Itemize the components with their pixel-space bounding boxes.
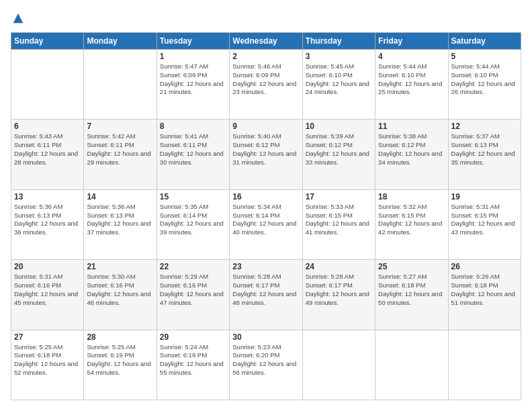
col-header-sunday: Sunday: [11, 33, 84, 50]
calendar-cell: 6Sunrise: 5:43 AMSunset: 6:11 PMDaylight…: [11, 120, 84, 189]
calendar-cell: 17Sunrise: 5:33 AMSunset: 6:15 PMDayligh…: [302, 189, 375, 259]
calendar-cell: 27Sunrise: 5:25 AMSunset: 6:18 PMDayligh…: [11, 330, 84, 400]
calendar-cell: 23Sunrise: 5:28 AMSunset: 6:17 PMDayligh…: [230, 260, 302, 330]
calendar-cell: 2Sunrise: 5:46 AMSunset: 6:09 PMDaylight…: [230, 50, 302, 120]
day-detail: Sunrise: 5:25 AMSunset: 6:19 PMDaylight:…: [87, 343, 153, 377]
day-detail: Sunrise: 5:44 AMSunset: 6:10 PMDaylight:…: [451, 62, 518, 97]
calendar-week-row: 20Sunrise: 5:31 AMSunset: 6:16 PMDayligh…: [11, 260, 521, 330]
day-detail: Sunrise: 5:24 AMSunset: 6:19 PMDaylight:…: [160, 343, 226, 377]
day-number: 18: [378, 192, 445, 201]
day-number: 6: [14, 122, 81, 131]
day-detail: Sunrise: 5:45 AMSunset: 6:10 PMDaylight:…: [306, 62, 372, 97]
calendar-week-row: 13Sunrise: 5:36 AMSunset: 6:13 PMDayligh…: [11, 189, 521, 259]
day-detail: Sunrise: 5:34 AMSunset: 6:14 PMDaylight:…: [232, 203, 299, 237]
calendar-week-row: 27Sunrise: 5:25 AMSunset: 6:18 PMDayligh…: [11, 330, 521, 400]
day-detail: Sunrise: 5:38 AMSunset: 6:12 PMDaylight:…: [378, 132, 445, 167]
calendar-cell: 21Sunrise: 5:30 AMSunset: 6:16 PMDayligh…: [84, 260, 157, 330]
day-detail: Sunrise: 5:30 AMSunset: 6:16 PMDaylight:…: [87, 273, 153, 307]
day-number: 17: [306, 192, 372, 201]
calendar-cell: [84, 50, 157, 120]
day-number: 30: [232, 332, 299, 342]
logo: [11, 11, 24, 26]
day-number: 28: [87, 332, 153, 342]
calendar-cell: 25Sunrise: 5:27 AMSunset: 6:18 PMDayligh…: [375, 260, 448, 330]
svg-marker-1: [13, 17, 23, 23]
calendar-cell: [302, 330, 375, 400]
col-header-tuesday: Tuesday: [157, 33, 229, 50]
calendar-cell: 5Sunrise: 5:44 AMSunset: 6:10 PMDaylight…: [448, 50, 521, 120]
day-detail: Sunrise: 5:42 AMSunset: 6:11 PMDaylight:…: [87, 132, 153, 167]
day-detail: Sunrise: 5:36 AMSunset: 6:13 PMDaylight:…: [87, 203, 153, 237]
calendar-cell: 15Sunrise: 5:35 AMSunset: 6:14 PMDayligh…: [157, 189, 229, 259]
day-detail: Sunrise: 5:28 AMSunset: 6:17 PMDaylight:…: [232, 273, 299, 307]
calendar-cell: 8Sunrise: 5:41 AMSunset: 6:11 PMDaylight…: [157, 120, 229, 189]
day-detail: Sunrise: 5:47 AMSunset: 6:09 PMDaylight:…: [160, 62, 226, 97]
day-number: 15: [160, 192, 226, 201]
day-detail: Sunrise: 5:29 AMSunset: 6:16 PMDaylight:…: [160, 273, 226, 307]
day-number: 29: [160, 332, 226, 342]
day-number: 8: [160, 122, 226, 131]
day-detail: Sunrise: 5:39 AMSunset: 6:12 PMDaylight:…: [306, 132, 372, 167]
day-detail: Sunrise: 5:36 AMSunset: 6:13 PMDaylight:…: [14, 203, 81, 237]
calendar-cell: 24Sunrise: 5:28 AMSunset: 6:17 PMDayligh…: [302, 260, 375, 330]
calendar-header-row: SundayMondayTuesdayWednesdayThursdayFrid…: [11, 33, 521, 50]
day-number: 2: [232, 52, 299, 61]
day-number: 20: [14, 262, 81, 271]
calendar-cell: [11, 50, 84, 120]
col-header-saturday: Saturday: [448, 33, 521, 50]
day-detail: Sunrise: 5:31 AMSunset: 6:15 PMDaylight:…: [451, 203, 518, 237]
day-number: 19: [451, 192, 518, 201]
calendar-cell: 20Sunrise: 5:31 AMSunset: 6:16 PMDayligh…: [11, 260, 84, 330]
day-detail: Sunrise: 5:27 AMSunset: 6:18 PMDaylight:…: [378, 273, 445, 307]
day-number: 12: [451, 122, 518, 131]
day-number: 21: [87, 262, 153, 271]
day-number: 14: [87, 192, 153, 201]
day-number: 3: [306, 52, 372, 61]
calendar-cell: 12Sunrise: 5:37 AMSunset: 6:13 PMDayligh…: [448, 120, 521, 189]
calendar-cell: 4Sunrise: 5:44 AMSunset: 6:10 PMDaylight…: [375, 50, 448, 120]
day-detail: Sunrise: 5:32 AMSunset: 6:15 PMDaylight:…: [378, 203, 445, 237]
day-detail: Sunrise: 5:40 AMSunset: 6:12 PMDaylight:…: [232, 132, 299, 167]
calendar-cell: 18Sunrise: 5:32 AMSunset: 6:15 PMDayligh…: [375, 189, 448, 259]
day-detail: Sunrise: 5:46 AMSunset: 6:09 PMDaylight:…: [232, 62, 299, 97]
calendar-cell: 7Sunrise: 5:42 AMSunset: 6:11 PMDaylight…: [84, 120, 157, 189]
calendar-cell: 16Sunrise: 5:34 AMSunset: 6:14 PMDayligh…: [230, 189, 302, 259]
day-number: 27: [14, 332, 81, 342]
day-detail: Sunrise: 5:44 AMSunset: 6:10 PMDaylight:…: [378, 62, 445, 97]
col-header-wednesday: Wednesday: [230, 33, 302, 50]
day-number: 9: [232, 122, 299, 131]
day-number: 13: [14, 192, 81, 201]
day-detail: Sunrise: 5:33 AMSunset: 6:15 PMDaylight:…: [306, 203, 372, 237]
day-number: 5: [451, 52, 518, 61]
day-detail: Sunrise: 5:23 AMSunset: 6:20 PMDaylight:…: [232, 343, 299, 377]
day-number: 7: [87, 122, 153, 131]
calendar-cell: 30Sunrise: 5:23 AMSunset: 6:20 PMDayligh…: [230, 330, 302, 400]
day-detail: Sunrise: 5:43 AMSunset: 6:11 PMDaylight:…: [14, 132, 81, 167]
calendar-cell: 9Sunrise: 5:40 AMSunset: 6:12 PMDaylight…: [230, 120, 302, 189]
calendar-week-row: 1Sunrise: 5:47 AMSunset: 6:09 PMDaylight…: [11, 50, 521, 120]
day-number: 22: [160, 262, 226, 271]
day-number: 23: [232, 262, 299, 271]
day-detail: Sunrise: 5:28 AMSunset: 6:17 PMDaylight:…: [306, 273, 372, 307]
calendar-cell: 11Sunrise: 5:38 AMSunset: 6:12 PMDayligh…: [375, 120, 448, 189]
day-number: 16: [232, 192, 299, 201]
calendar-cell: 29Sunrise: 5:24 AMSunset: 6:19 PMDayligh…: [157, 330, 229, 400]
day-number: 10: [306, 122, 372, 131]
day-number: 26: [451, 262, 518, 271]
calendar-cell: 19Sunrise: 5:31 AMSunset: 6:15 PMDayligh…: [448, 189, 521, 259]
day-detail: Sunrise: 5:35 AMSunset: 6:14 PMDaylight:…: [160, 203, 226, 237]
day-number: 1: [160, 52, 226, 61]
page: SundayMondayTuesdayWednesdayThursdayFrid…: [0, 0, 532, 411]
day-number: 24: [306, 262, 372, 271]
calendar-cell: 22Sunrise: 5:29 AMSunset: 6:16 PMDayligh…: [157, 260, 229, 330]
day-number: 11: [378, 122, 445, 131]
day-detail: Sunrise: 5:26 AMSunset: 6:18 PMDaylight:…: [451, 273, 518, 307]
logo-icon: [12, 11, 24, 26]
calendar-cell: [375, 330, 448, 400]
col-header-friday: Friday: [375, 33, 448, 50]
calendar-cell: 13Sunrise: 5:36 AMSunset: 6:13 PMDayligh…: [11, 189, 84, 259]
day-detail: Sunrise: 5:25 AMSunset: 6:18 PMDaylight:…: [14, 343, 81, 377]
calendar-cell: [448, 330, 521, 400]
calendar-cell: 1Sunrise: 5:47 AMSunset: 6:09 PMDaylight…: [157, 50, 229, 120]
col-header-thursday: Thursday: [302, 33, 375, 50]
